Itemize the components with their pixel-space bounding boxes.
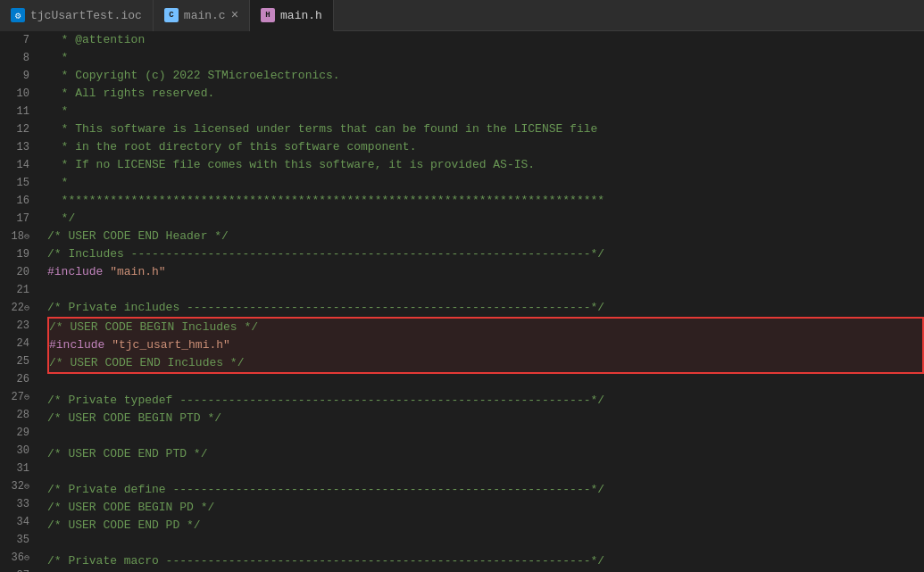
- code-line-9: * Copyright (c) 2022 STMicroelectronics.: [47, 67, 924, 85]
- token: /* Private macro -----------------------…: [47, 554, 604, 568]
- code-line-12: * This software is licensed under terms …: [47, 120, 924, 138]
- code-line-23: /* USER CODE BEGIN Includes */: [49, 319, 922, 336]
- code-line-17: */: [47, 210, 924, 228]
- token: /* USER CODE END PD */: [47, 518, 201, 532]
- tab-close-mainc[interactable]: ×: [231, 9, 238, 21]
- token: #include: [47, 265, 110, 278]
- code-line-25: /* USER CODE END Includes */: [49, 354, 922, 372]
- line-number-21: 21: [7, 281, 29, 299]
- token: /* Private includes --------------------…: [47, 301, 604, 314]
- token: "main.h": [110, 265, 165, 278]
- line-number-19: 19: [7, 245, 29, 263]
- token: *: [47, 51, 68, 64]
- tab-label-mainh: main.h: [280, 9, 322, 22]
- tab-icon-ioc: ⚙: [11, 8, 25, 22]
- token: /* USER CODE BEGIN Includes */: [49, 320, 258, 334]
- line-number-27: 27⊖: [7, 388, 29, 406]
- line-number-17: 17: [7, 210, 29, 228]
- user-code-highlight-block: /* USER CODE BEGIN Includes */#include "…: [47, 317, 924, 374]
- token: /* USER CODE END Header */: [47, 229, 229, 243]
- tab-icon-mainh: H: [261, 8, 275, 22]
- code-line-18: /* USER CODE END Header */: [47, 228, 924, 245]
- code-line-22: /* Private includes --------------------…: [47, 299, 924, 317]
- line-number-12: 12: [7, 120, 29, 138]
- token: */: [47, 211, 75, 225]
- code-line-31: [47, 463, 924, 481]
- line-number-26: 26: [7, 370, 29, 388]
- line-number-34: 34: [7, 513, 29, 531]
- code-line-28: /* USER CODE BEGIN PTD */: [47, 410, 924, 427]
- line-number-20: 20: [7, 263, 29, 281]
- line-number-36: 36⊖: [7, 549, 29, 567]
- token: *: [47, 104, 68, 118]
- line-number-23: 23: [7, 317, 29, 335]
- code-area[interactable]: * @attention * * Copyright (c) 2022 STMi…: [40, 31, 924, 572]
- code-line-11: *: [47, 103, 924, 120]
- code-line-24: #include "tjc_usart_hmi.h": [49, 336, 922, 354]
- line-numbers: 789101112131415161718⊖19202122⊖232425262…: [0, 31, 40, 572]
- token: *: [47, 176, 68, 189]
- code-line-26: [47, 374, 924, 392]
- token: "tjc_usart_hmi.h": [112, 338, 230, 352]
- line-number-28: 28: [7, 406, 29, 424]
- code-line-32: /* Private define ----------------------…: [47, 481, 924, 499]
- token: * This software is licensed under terms …: [47, 122, 597, 136]
- line-number-16: 16: [7, 192, 29, 210]
- tab-label-ioc: tjcUsartTest.ioc: [30, 9, 142, 22]
- token: /* USER CODE END Includes */: [49, 356, 244, 369]
- line-number-32: 32⊖: [7, 477, 29, 495]
- token: * All rights reserved.: [47, 87, 214, 100]
- token: * If no LICENSE file comes with this sof…: [47, 158, 535, 171]
- line-number-8: 8: [7, 49, 29, 67]
- code-line-13: * in the root directory of this software…: [47, 138, 924, 156]
- token: #include: [49, 338, 112, 352]
- token: ****************************************…: [47, 194, 604, 207]
- token: * @attention: [47, 33, 145, 46]
- code-line-30: /* USER CODE END PTD */: [47, 445, 924, 463]
- token: /* Private define ----------------------…: [47, 483, 604, 496]
- line-number-24: 24: [7, 335, 29, 352]
- token: /* USER CODE BEGIN PD */: [47, 501, 214, 514]
- line-number-33: 33: [7, 495, 29, 513]
- code-line-20: #include "main.h": [47, 263, 924, 281]
- line-number-10: 10: [7, 85, 29, 103]
- line-number-22: 22⊖: [7, 299, 29, 317]
- tab-bar: ⚙tjcUsartTest.iocCmain.c×Hmain.h: [0, 0, 924, 31]
- code-line-10: * All rights reserved.: [47, 85, 924, 103]
- line-number-35: 35: [7, 531, 29, 549]
- code-line-19: /* Includes ----------------------------…: [47, 245, 924, 263]
- line-number-7: 7: [7, 31, 29, 49]
- line-number-30: 30: [7, 442, 29, 460]
- editor: 789101112131415161718⊖19202122⊖232425262…: [0, 31, 924, 572]
- code-line-35: [47, 535, 924, 552]
- line-number-29: 29: [7, 424, 29, 442]
- code-line-16: ****************************************…: [47, 192, 924, 210]
- tab-mainc[interactable]: Cmain.c×: [154, 0, 250, 31]
- token: /* USER CODE BEGIN PTD */: [47, 411, 221, 425]
- tab-icon-mainc: C: [164, 8, 179, 22]
- code-line-21: [47, 281, 924, 299]
- line-number-9: 9: [7, 67, 29, 85]
- line-number-11: 11: [7, 103, 29, 120]
- code-line-27: /* Private typedef ---------------------…: [47, 392, 924, 410]
- token: /* Private typedef ---------------------…: [47, 394, 604, 407]
- code-line-33: /* USER CODE BEGIN PD */: [47, 499, 924, 517]
- tab-ioc[interactable]: ⚙tjcUsartTest.ioc: [0, 0, 154, 31]
- token: * Copyright (c) 2022 STMicroelectronics.: [47, 69, 340, 82]
- line-number-18: 18⊖: [7, 228, 29, 245]
- code-line-7: * @attention: [47, 31, 924, 49]
- line-number-13: 13: [7, 138, 29, 156]
- tab-mainh[interactable]: Hmain.h: [250, 0, 334, 31]
- code-line-36: /* Private macro -----------------------…: [47, 552, 924, 570]
- line-number-37: 37: [7, 567, 29, 572]
- token: /* Includes ----------------------------…: [47, 247, 604, 261]
- token: * in the root directory of this software…: [47, 140, 416, 153]
- code-line-29: [47, 427, 924, 445]
- code-line-14: * If no LICENSE file comes with this sof…: [47, 156, 924, 174]
- code-line-15: *: [47, 174, 924, 192]
- token: /* USER CODE END PTD */: [47, 447, 207, 460]
- code-line-34: /* USER CODE END PD */: [47, 517, 924, 535]
- tab-label-mainc: main.c: [184, 9, 226, 22]
- line-number-15: 15: [7, 174, 29, 192]
- line-number-25: 25: [7, 352, 29, 370]
